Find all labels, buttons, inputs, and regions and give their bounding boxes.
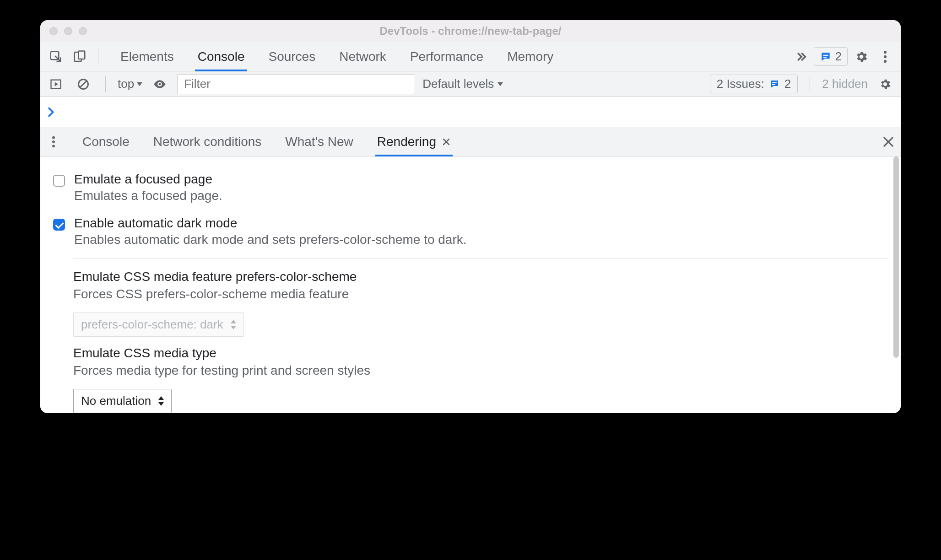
option-title: Emulate a focused page [74,172,222,187]
context-label: top [118,77,134,91]
checkbox-enable-auto-dark-mode[interactable] [53,219,65,231]
svg-rect-3 [823,54,828,55]
drawer-tabs: Console Network conditions What's New Re… [40,127,901,156]
option-emulate-focused-page: Emulate a focused page Emulates a focuse… [40,166,901,210]
tab-network[interactable]: Network [336,42,389,71]
chevron-down-icon [498,82,503,86]
svg-point-16 [52,145,55,147]
main-toolbar: Elements Console Sources Network Perform… [40,42,901,71]
drawer-tab-whats-new[interactable]: What's New [283,127,355,156]
tab-performance[interactable]: Performance [407,42,486,71]
settings-icon[interactable] [851,47,871,67]
svg-point-14 [52,136,55,139]
console-prompt[interactable] [40,97,901,127]
svg-rect-12 [772,82,777,83]
issues-count: 2 [784,77,791,91]
svg-point-6 [884,55,887,58]
svg-rect-2 [79,51,85,59]
svg-point-7 [884,59,887,62]
separator [105,76,106,92]
svg-point-5 [884,50,887,53]
section-media-type: Emulate CSS media type Forces media type… [40,346,901,413]
option-description: Enables automatic dark mode and sets pre… [74,232,467,247]
messages-badge[interactable]: 2 [814,47,848,66]
console-settings-icon[interactable] [875,74,895,94]
section-description: Forces CSS prefers-color-scheme media fe… [73,287,888,302]
select-value: prefers-color-scheme: dark [81,318,223,332]
separator [810,76,810,92]
filter-input[interactable] [177,74,415,94]
zoom-window-button[interactable] [79,27,87,35]
scrollbar[interactable] [893,156,899,358]
kebab-menu-icon[interactable] [875,47,895,67]
tab-elements[interactable]: Elements [118,42,177,71]
section-description: Forces media type for testing print and … [73,363,888,378]
select-value: No emulation [81,394,151,408]
window-titlebar: DevTools - chrome://new-tab-page/ [40,20,901,42]
divider [73,258,888,258]
drawer-tab-console[interactable]: Console [81,127,131,156]
separator [98,48,98,65]
checkbox-emulate-focused-page[interactable] [53,175,65,187]
svg-point-15 [52,140,55,143]
levels-label: Default levels [422,77,494,91]
tab-console[interactable]: Console [195,42,248,71]
minimize-window-button[interactable] [64,27,72,35]
select-caret-icon [231,320,236,329]
section-title: Emulate CSS media type [73,346,888,361]
select-caret-icon [158,396,164,406]
hidden-messages-label[interactable]: 2 hidden [822,77,868,91]
select-prefers-color-scheme: prefers-color-scheme: dark [73,312,244,337]
console-toolbar: top Default levels 2 Issues: 2 2 hidden [40,71,901,97]
section-title: Emulate CSS media feature prefers-color-… [73,269,888,284]
tab-memory[interactable]: Memory [504,42,556,71]
select-media-type[interactable]: No emulation [73,389,172,413]
close-tab-icon[interactable] [442,137,451,146]
live-expression-icon[interactable] [150,74,170,94]
chevron-down-icon [137,82,142,86]
drawer-menu-icon[interactable] [47,132,60,152]
context-selector[interactable]: top [118,77,142,91]
option-title: Enable automatic dark mode [74,216,467,231]
main-tabs: Elements Console Sources Network Perform… [118,42,556,71]
devtools-window: DevTools - chrome://new-tab-page/ Elemen… [40,20,901,413]
issues-button[interactable]: 2 Issues: 2 [710,75,798,93]
option-description: Emulates a focused page. [74,188,222,203]
drawer-tab-rendering[interactable]: Rendering [375,127,453,156]
toggle-sidebar-icon[interactable] [46,74,66,94]
drawer-tab-network-conditions[interactable]: Network conditions [151,127,264,156]
rendering-panel: Emulate a focused page Emulates a focuse… [40,156,901,413]
traffic-lights [49,27,87,35]
svg-rect-13 [772,84,775,85]
log-levels-selector[interactable]: Default levels [422,77,503,91]
tab-sources[interactable]: Sources [265,42,318,71]
window-title: DevTools - chrome://new-tab-page/ [40,25,901,38]
more-tabs-icon[interactable] [792,50,810,63]
close-window-button[interactable] [49,27,58,35]
svg-rect-4 [823,57,827,58]
drawer-tab-rendering-label: Rendering [377,135,436,149]
close-drawer-icon[interactable] [882,136,894,148]
svg-point-11 [159,83,161,85]
option-enable-auto-dark-mode: Enable automatic dark mode Enables autom… [40,210,901,253]
svg-line-10 [80,81,87,87]
inspect-element-icon[interactable] [46,47,66,67]
issues-label: 2 Issues: [717,77,764,91]
device-toggle-icon[interactable] [70,47,90,67]
messages-count: 2 [835,49,842,64]
section-prefers-color-scheme: Emulate CSS media feature prefers-color-… [40,269,901,346]
clear-console-icon[interactable] [73,74,93,94]
